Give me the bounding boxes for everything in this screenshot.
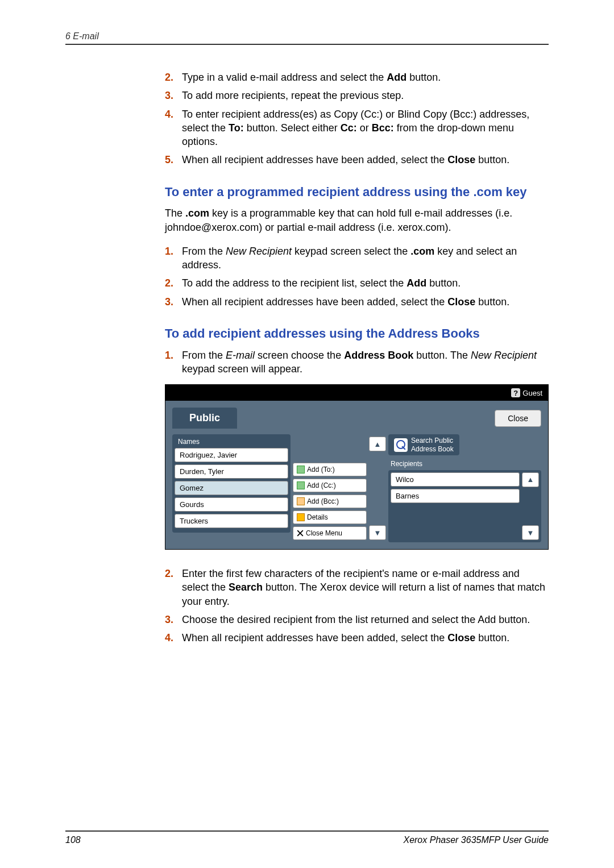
add-cc-button[interactable]: Add (Cc:) — [293, 479, 367, 492]
add-icon — [297, 497, 305, 505]
heading-address-books: To add recipient addresses using the Add… — [165, 326, 549, 342]
close-icon — [297, 530, 304, 537]
add-bcc-button[interactable]: Add (Bcc:) — [293, 495, 367, 508]
step-a5: 5. When all recipient addresses have bee… — [165, 153, 549, 167]
recipient-item[interactable]: Wilco — [391, 472, 520, 487]
name-item[interactable]: Gomez — [175, 481, 288, 495]
doc-title: Xerox Phaser 3635MFP User Guide — [403, 835, 549, 845]
tab-public[interactable]: Public — [172, 408, 237, 429]
names-scroll: ▲ ▼ — [369, 434, 386, 542]
page-footer: 108 Xerox Phaser 3635MFP User Guide — [65, 830, 549, 845]
add-icon — [297, 466, 305, 474]
names-title: Names — [175, 437, 288, 448]
steps-list-a: 2. Type in a valid e-mail address and se… — [165, 70, 549, 167]
scroll-down-button[interactable]: ▼ — [369, 525, 386, 540]
recipient-item[interactable]: Barnes — [391, 489, 520, 503]
step-a2: 2. Type in a valid e-mail address and se… — [165, 70, 549, 84]
add-to-button[interactable]: Add (To:) — [293, 463, 367, 476]
scroll-up-button[interactable]: ▲ — [522, 472, 539, 487]
step-d3: 3. Choose the desired recipient from the… — [165, 613, 549, 626]
ss-titlebar: ? Guest — [165, 385, 548, 401]
help-icon[interactable]: ? — [511, 388, 520, 397]
step-d4: 4. When all recipient addresses have bee… — [165, 631, 549, 645]
steps-list-b: 1. From the New Recipient keypad screen … — [165, 244, 549, 309]
name-item[interactable]: Durden, Tyler — [175, 464, 288, 479]
steps-list-d: 2. Enter the first few characters of the… — [165, 567, 549, 645]
page-number: 108 — [65, 835, 81, 845]
step-b2: 2. To add the address to the recipient l… — [165, 276, 549, 290]
recipients-panel: Wilco Barnes ▲ ▼ — [388, 470, 541, 542]
step-b3: 3. When all recipient addresses have bee… — [165, 295, 549, 309]
name-item[interactable]: Truckers — [175, 514, 288, 528]
step-a4: 4. To enter recipient address(es) as Cop… — [165, 107, 549, 149]
step-d2: 2. Enter the first few characters of the… — [165, 567, 549, 608]
context-menu: Add (To:) Add (Cc:) Add (Bcc:) Details C… — [293, 434, 367, 542]
details-icon — [297, 513, 305, 521]
details-button[interactable]: Details — [293, 510, 367, 524]
steps-list-c: 1. From the E-mail screen choose the Add… — [165, 348, 549, 376]
guest-indicator: ? Guest — [511, 388, 542, 397]
recipients-title: Recipients — [388, 459, 541, 470]
paragraph-com-key: The .com key is a programmable key that … — [165, 206, 549, 234]
names-panel: Names Rodriguez, Javier Durden, Tyler Go… — [172, 434, 291, 533]
name-item[interactable]: Gourds — [175, 497, 288, 512]
step-c1: 1. From the E-mail screen choose the Add… — [165, 348, 549, 376]
heading-com-key: To enter a programmed recipient address … — [165, 184, 549, 200]
step-b1: 1. From the New Recipient keypad screen … — [165, 244, 549, 272]
add-icon — [297, 481, 305, 489]
close-menu-button[interactable]: Close Menu — [293, 526, 367, 540]
search-address-book-button[interactable]: Search Public Address Book — [388, 434, 459, 455]
close-button[interactable]: Close — [495, 410, 541, 427]
step-a3: 3. To add more recipients, repeat the pr… — [165, 89, 549, 102]
page-header: 6 E-mail — [65, 31, 549, 45]
scroll-down-button[interactable]: ▼ — [522, 525, 539, 540]
search-icon — [394, 438, 408, 452]
name-item[interactable]: Rodriguez, Javier — [175, 448, 288, 462]
scroll-up-button[interactable]: ▲ — [369, 437, 386, 451]
address-book-screenshot: ? Guest Public Close Names Rodriguez, Ja… — [165, 384, 549, 550]
